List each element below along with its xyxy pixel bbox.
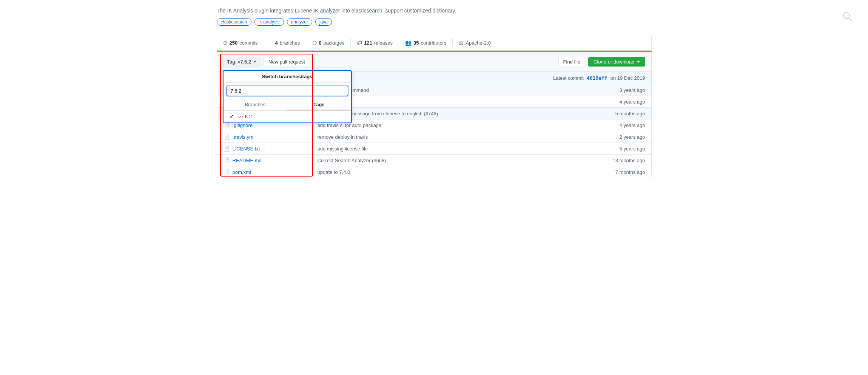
table-row: 📄 .travis.yml remove deploy in travis 2 … <box>217 131 651 143</box>
tag-dropdown-button[interactable]: Tag: v7.6.2 <box>223 57 261 67</box>
search-icon-wrapper <box>842 11 853 23</box>
svg-line-1 <box>849 18 852 21</box>
file-time-2: 4 years ago <box>620 99 645 105</box>
latest-commit-label: Latest commit <box>553 75 584 81</box>
file-icon-1: 📄 <box>223 134 230 140</box>
branches-stat[interactable]: ⑂ 4 branches <box>264 38 307 47</box>
file-link-license[interactable]: 📄 LICENSE.txt <box>223 146 318 152</box>
topic-tag-java[interactable]: java <box>315 18 332 26</box>
file-time-4: 7 months ago <box>615 169 645 175</box>
file-time: 3 years ago <box>620 87 645 93</box>
repo-description: The IK Analysis plugin integrates Lucene… <box>217 8 652 14</box>
commits-count: 250 <box>230 40 238 46</box>
dropdown-item-v7.6.2[interactable]: ✓ v7.6.2 <box>224 111 351 122</box>
commit-date: on 19 Dec 2019 <box>611 75 645 81</box>
packages-label: packages <box>324 40 345 46</box>
file-icon: 📄 <box>223 122 230 128</box>
file-commit-msg: add IK plugin command <box>318 87 620 93</box>
license-label: Apache-2.0 <box>466 40 491 46</box>
tag-dropdown-label: Tag: v7.6.2 <box>227 59 251 65</box>
dropdown-search-area <box>224 83 351 99</box>
file-time-2: 5 years ago <box>620 146 645 152</box>
releases-label: releases <box>374 40 393 46</box>
branch-tag-dropdown-panel: Switch branches/tags Branches Tags ✓ v7.… <box>223 70 352 123</box>
releases-icon: 🏷 <box>357 40 362 46</box>
search-icon[interactable] <box>842 11 853 22</box>
file-time-3: 13 months ago <box>612 158 645 163</box>
branches-icon: ⑂ <box>270 40 273 46</box>
topic-tags-row: elasticsearch ik-analysis analyzer java <box>217 18 652 26</box>
license-stat[interactable]: ⚖ Apache-2.0 <box>453 38 497 47</box>
contributors-count: 35 <box>413 40 419 46</box>
file-commit-2: add missing license file <box>318 146 620 152</box>
contributors-label: contributors <box>421 40 447 46</box>
tab-branches[interactable]: Branches <box>224 99 287 110</box>
dropdown-title: Switch branches/tags <box>224 71 351 83</box>
file-link-gitignore[interactable]: 📄 .gitignore <box>223 122 318 128</box>
clone-caret-icon <box>637 61 640 63</box>
file-link-readme[interactable]: 📄 README.md <box>223 157 318 163</box>
tab-tags[interactable]: Tags <box>287 99 351 110</box>
new-pull-request-button[interactable]: New pull request <box>264 57 310 67</box>
packages-icon: ⬡ <box>312 40 317 46</box>
file-time-0: 4 years ago <box>620 122 645 128</box>
dropdown-tabs: Branches Tags <box>224 99 351 111</box>
commit-sha-link[interactable]: 4619eff <box>587 75 607 81</box>
dropdown-list: ✓ v7.6.2 <box>224 111 351 122</box>
topic-tag-analyzer[interactable]: analyzer <box>287 18 312 26</box>
file-commit-4: update to 7.4.0 <box>318 169 615 175</box>
file-icon-2: 📄 <box>223 146 230 152</box>
table-row: 📄 README.md Correct Search Analyzer (#66… <box>217 155 651 166</box>
find-file-button[interactable]: Find file <box>558 57 586 67</box>
contributors-stat[interactable]: 👥 35 contributors <box>399 38 453 47</box>
repo-toolbar: Tag: v7.6.2 New pull request Switch bran… <box>217 52 652 72</box>
branches-count: 4 <box>275 40 278 46</box>
clone-or-download-button[interactable]: Clone or download <box>588 57 645 67</box>
contributors-icon: 👥 <box>405 40 412 46</box>
file-commit-3: Correct Search Analyzer (#668) <box>318 158 613 163</box>
dropdown-item-label: v7.6.2 <box>239 114 252 119</box>
file-commit-1: remove deploy in travis <box>318 134 620 140</box>
topic-tag-ik-analysis[interactable]: ik-analysis <box>254 18 284 26</box>
commits-label: commits <box>239 40 257 46</box>
file-link-travis[interactable]: 📄 .travis.yml <box>223 134 318 140</box>
releases-count: 121 <box>364 40 372 46</box>
file-icon-3: 📄 <box>223 157 230 163</box>
releases-stat[interactable]: 🏷 121 releases <box>351 38 399 47</box>
branch-search-input[interactable] <box>227 86 348 96</box>
branches-label: branches <box>280 40 300 46</box>
topic-tag-elasticsearch[interactable]: elasticsearch <box>217 18 251 26</box>
file-commit-msg-2: 0-alpha5 <box>318 99 620 105</box>
table-row: 📄 LICENSE.txt add missing license file 5… <box>217 143 651 155</box>
dropdown-caret-icon <box>253 61 256 63</box>
check-icon: ✓ <box>230 114 236 119</box>
stats-bar: ⊙ 250 commits ⑂ 4 branches ⬡ 0 packages … <box>217 35 652 51</box>
toolbar-right: Find file Clone or download <box>558 57 645 67</box>
packages-count: 0 <box>319 40 321 46</box>
file-link-pom[interactable]: 📄 pom.xml <box>223 169 318 175</box>
commit-right-info: Latest commit 4619eff on 19 Dec 2019 <box>553 75 645 81</box>
file-time-3: 5 months ago <box>615 111 645 116</box>
file-time-1: 2 years ago <box>620 134 645 140</box>
commits-icon: ⊙ <box>223 40 228 46</box>
table-row: 📄 pom.xml update to 7.4.0 7 months ago <box>217 166 651 178</box>
file-icon-4: 📄 <box>223 169 230 175</box>
file-commit-0: add travis ci for auto package <box>318 122 620 128</box>
packages-stat[interactable]: ⬡ 0 packages <box>306 38 351 47</box>
toolbar-left: Tag: v7.6.2 New pull request Switch bran… <box>223 57 310 67</box>
license-icon: ⚖ <box>459 40 464 46</box>
clone-button-label: Clone or download <box>594 59 634 65</box>
file-commit-msg-3: Translate error message from chinese to … <box>318 111 615 116</box>
commits-stat[interactable]: ⊙ 250 commits <box>223 38 264 47</box>
